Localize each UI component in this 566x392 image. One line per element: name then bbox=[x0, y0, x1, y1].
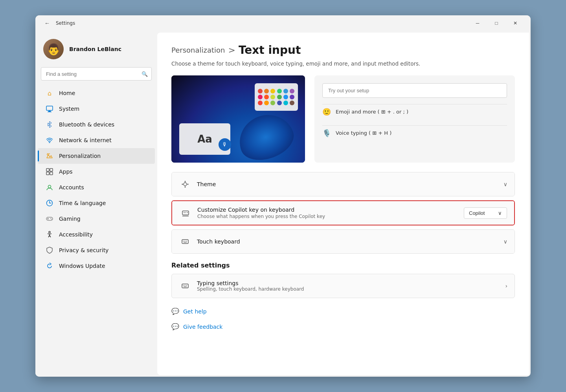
privacy-icon bbox=[46, 246, 53, 254]
minimize-button[interactable]: ─ bbox=[469, 17, 487, 29]
try-setup-input[interactable] bbox=[322, 83, 507, 98]
sidebar-item-gaming[interactable]: Gaming bbox=[38, 211, 155, 227]
svg-rect-31 bbox=[183, 241, 184, 242]
content-area: 👨 Brandon LeBlanc 🔍 ⌂ Home System bbox=[35, 31, 531, 377]
network-icon bbox=[46, 136, 53, 144]
theme-row[interactable]: Theme ∨ bbox=[172, 172, 515, 196]
svg-point-23 bbox=[182, 184, 183, 185]
theme-action: ∨ bbox=[504, 181, 507, 187]
sidebar-item-bluetooth[interactable]: Bluetooth & devices bbox=[38, 117, 155, 132]
color-dot-7 bbox=[258, 95, 263, 99]
theme-icon bbox=[179, 178, 191, 191]
color-dot-3 bbox=[270, 89, 275, 93]
svg-point-21 bbox=[185, 181, 186, 182]
svg-point-18 bbox=[51, 219, 52, 220]
color-palette-preview bbox=[255, 83, 298, 111]
svg-rect-29 bbox=[187, 212, 188, 213]
typing-settings-text: Typing settings Spelling, touch keyboard… bbox=[197, 280, 505, 292]
search-box: 🔍 bbox=[41, 67, 152, 81]
sidebar-item-label-privacy: Privacy & security bbox=[59, 247, 108, 253]
get-help-link[interactable]: 💬 Get help bbox=[171, 304, 515, 318]
theme-text: Theme bbox=[197, 181, 504, 187]
preview-image: Aa bbox=[171, 75, 305, 163]
breadcrumb-separator: > bbox=[228, 45, 235, 55]
svg-rect-2 bbox=[48, 112, 51, 112]
touch-keyboard-chevron: ∨ bbox=[504, 238, 507, 245]
voice-typing-icon: 🎙️ bbox=[322, 129, 331, 137]
color-dot-4 bbox=[277, 89, 282, 93]
user-name: Brandon LeBlanc bbox=[69, 46, 121, 52]
sidebar-nav: ⌂ Home System Bluetooth & devices bbox=[35, 85, 157, 274]
titlebar-title: Settings bbox=[56, 20, 75, 26]
search-input[interactable] bbox=[41, 67, 152, 81]
search-icon: 🔍 bbox=[142, 71, 148, 77]
typing-settings-row[interactable]: Typing settings Spelling, touch keyboard… bbox=[171, 274, 515, 298]
copilot-title: Customize Copilot key on keyboard bbox=[197, 207, 464, 213]
give-feedback-icon: 💬 bbox=[171, 323, 179, 330]
sidebar-item-label-personalization: Personalization bbox=[59, 153, 101, 159]
sidebar-item-label-gaming: Gaming bbox=[59, 216, 81, 222]
sidebar-item-accessibility[interactable]: Accessibility bbox=[38, 227, 155, 242]
copilot-dropdown-value: Copilot bbox=[469, 210, 485, 216]
update-icon bbox=[46, 262, 53, 270]
sidebar-item-system[interactable]: System bbox=[38, 101, 155, 117]
touch-keyboard-title: Touch keyboard bbox=[197, 238, 504, 245]
svg-rect-1 bbox=[48, 111, 51, 112]
color-dot-5 bbox=[283, 89, 288, 93]
sidebar-item-accounts[interactable]: Accounts bbox=[38, 180, 155, 195]
accounts-icon bbox=[46, 183, 53, 191]
main-content: Personalization > Text input Choose a th… bbox=[157, 33, 529, 375]
svg-rect-0 bbox=[46, 106, 53, 110]
avatar: 👨 bbox=[43, 39, 64, 59]
copilot-icon bbox=[179, 207, 192, 219]
sidebar-item-network[interactable]: Network & internet bbox=[38, 132, 155, 148]
svg-point-3 bbox=[49, 142, 50, 143]
svg-point-10 bbox=[48, 185, 51, 188]
breadcrumb-parent[interactable]: Personalization bbox=[171, 46, 225, 54]
emoji-label: Emoji and more ( ⊞ + . or ; ) bbox=[336, 109, 408, 115]
copilot-dropdown-chevron: ∨ bbox=[498, 210, 502, 216]
sidebar-item-privacy[interactable]: Privacy & security bbox=[38, 242, 155, 258]
svg-rect-32 bbox=[184, 241, 186, 242]
system-icon bbox=[46, 105, 53, 113]
copilot-row[interactable]: Customize Copilot key on keyboard Choose… bbox=[172, 201, 514, 225]
svg-rect-34 bbox=[184, 242, 187, 243]
typing-settings-subtitle: Spelling, touch keyboard, hardware keybo… bbox=[197, 286, 505, 292]
sidebar-item-label-update: Windows Update bbox=[59, 263, 105, 269]
touch-keyboard-action: ∨ bbox=[504, 238, 507, 245]
give-feedback-link[interactable]: 💬 Give feedback bbox=[171, 320, 515, 333]
svg-rect-33 bbox=[186, 241, 187, 242]
maximize-button[interactable]: □ bbox=[487, 17, 505, 29]
theme-title: Theme bbox=[197, 181, 504, 187]
sidebar-item-home[interactable]: ⌂ Home bbox=[38, 85, 155, 101]
back-button[interactable]: ← bbox=[42, 18, 53, 29]
touch-keyboard-row[interactable]: Touch keyboard ∨ bbox=[172, 230, 515, 253]
page-description: Choose a theme for touch keyboard, voice… bbox=[171, 60, 515, 67]
get-help-icon: 💬 bbox=[171, 308, 179, 315]
touch-keyboard-section: Touch keyboard ∨ bbox=[171, 229, 515, 254]
breadcrumb: Personalization > Text input bbox=[171, 44, 515, 57]
copilot-dropdown[interactable]: Copilot ∨ bbox=[464, 207, 507, 219]
sidebar-item-update[interactable]: Windows Update bbox=[38, 258, 155, 274]
svg-rect-27 bbox=[184, 212, 185, 213]
svg-point-19 bbox=[49, 231, 50, 233]
color-dot-14 bbox=[264, 101, 269, 105]
sidebar-item-apps[interactable]: Apps bbox=[38, 164, 155, 180]
svg-rect-28 bbox=[185, 212, 186, 213]
sidebar-item-time[interactable]: Time & language bbox=[38, 195, 155, 211]
copilot-text: Customize Copilot key on keyboard Choose… bbox=[197, 207, 464, 219]
close-button[interactable]: ✕ bbox=[506, 17, 524, 29]
sidebar-item-personalization[interactable]: Personalization bbox=[38, 148, 155, 164]
svg-point-20 bbox=[184, 183, 187, 186]
svg-rect-39 bbox=[184, 286, 187, 287]
emoji-icon: 🙂 bbox=[322, 108, 331, 116]
apps-icon bbox=[46, 168, 53, 176]
titlebar: ← Settings ─ □ ✕ bbox=[35, 15, 531, 31]
color-dot-10 bbox=[277, 95, 282, 99]
svg-rect-37 bbox=[184, 285, 186, 286]
sidebar-item-label-home: Home bbox=[59, 90, 75, 96]
sidebar-item-label-time: Time & language bbox=[59, 200, 106, 206]
emoji-row: 🙂 Emoji and more ( ⊞ + . or ; ) bbox=[322, 104, 507, 119]
give-feedback-label: Give feedback bbox=[183, 324, 222, 330]
home-icon: ⌂ bbox=[46, 89, 53, 97]
